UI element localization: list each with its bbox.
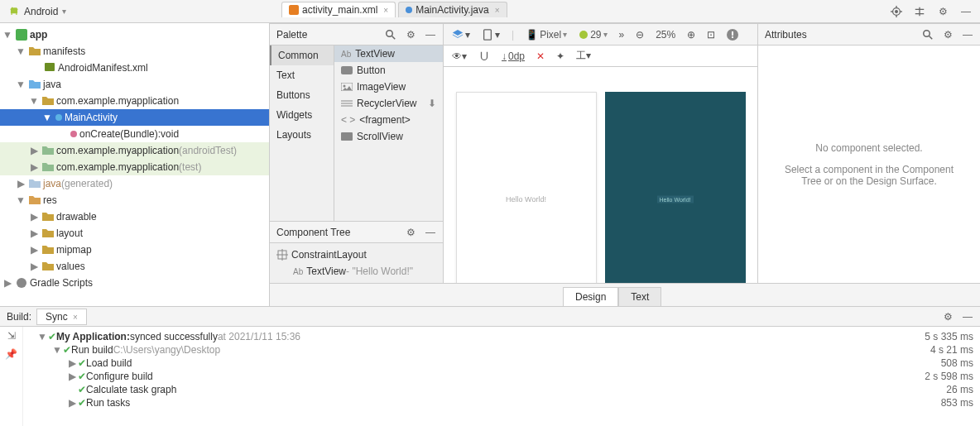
search-icon[interactable] xyxy=(385,29,396,41)
svg-point-13 xyxy=(17,278,26,288)
zoom-out-icon[interactable]: ⊖ xyxy=(636,29,644,41)
tree-mipmap[interactable]: ▶mipmap xyxy=(0,242,269,258)
ct-textview[interactable]: AbTextView- "Hello World!" xyxy=(270,263,443,280)
svg-line-15 xyxy=(392,36,396,39)
gear-icon[interactable]: ⚙ xyxy=(405,227,416,238)
svg-rect-10 xyxy=(289,5,299,15)
palette-title: Palette xyxy=(276,29,307,41)
svg-rect-16 xyxy=(341,66,353,74)
pal-item-textview[interactable]: AbTextView xyxy=(334,45,443,62)
tree-layout[interactable]: ▶layout xyxy=(0,225,269,242)
build-tab-sync[interactable]: Sync × xyxy=(36,309,87,325)
minimize-icon[interactable]: — xyxy=(960,6,972,17)
minimize-icon[interactable]: — xyxy=(425,227,436,238)
tree-manifests[interactable]: ▼manifests xyxy=(0,43,269,60)
minimize-icon[interactable]: — xyxy=(425,29,436,41)
collapse-icon[interactable] xyxy=(914,6,925,17)
pal-cat-common[interactable]: Common xyxy=(270,45,334,65)
default-margin[interactable]: ↓ 0dp xyxy=(502,50,525,62)
close-icon[interactable]: × xyxy=(73,313,78,322)
eye-icon[interactable]: 👁▾ xyxy=(452,50,467,62)
gear-icon[interactable]: ⚙ xyxy=(942,29,954,41)
orientation-icon[interactable]: ▾ xyxy=(482,29,500,41)
close-icon[interactable]: × xyxy=(383,6,388,15)
pal-cat-buttons[interactable]: Buttons xyxy=(270,85,334,105)
minimize-icon[interactable]: — xyxy=(962,311,973,323)
tree-res[interactable]: ▼res xyxy=(0,192,269,208)
pal-item-button[interactable]: Button xyxy=(334,62,443,79)
search-icon[interactable] xyxy=(922,29,934,41)
more-icon[interactable]: » xyxy=(619,29,625,41)
build-row[interactable]: ▼✔ My Application: synced successfully a… xyxy=(30,330,973,343)
folder-icon xyxy=(29,194,41,206)
build-row[interactable]: ▶✔ Run tasks853 ms xyxy=(30,396,973,409)
manifest-file-icon xyxy=(44,62,55,74)
pal-item-imageview[interactable]: ImageView xyxy=(334,79,443,95)
tree-gradle[interactable]: ▶Gradle Scripts xyxy=(0,275,269,291)
close-icon[interactable]: × xyxy=(495,6,500,15)
pal-cat-text[interactable]: Text xyxy=(270,65,334,85)
layers-icon[interactable]: ▾ xyxy=(452,29,470,41)
zoom-fit-icon[interactable]: ⊡ xyxy=(707,29,715,41)
device-select[interactable]: 📱 Pixel xyxy=(526,29,567,41)
target-icon[interactable] xyxy=(891,6,902,17)
tree-main-activity[interactable]: ▼MainActivity xyxy=(0,109,269,126)
svg-point-31 xyxy=(924,30,930,36)
tree-pkg-androidtest[interactable]: ▶com.example.myapplication (androidTest) xyxy=(0,142,269,159)
pal-cat-layouts[interactable]: Layouts xyxy=(270,125,334,145)
xml-file-icon xyxy=(289,5,299,15)
java-file-icon xyxy=(406,7,412,13)
build-header: Build: Sync × ⚙ — xyxy=(0,307,980,327)
tree-java[interactable]: ▼java xyxy=(0,76,269,93)
design-toolbar-2: 👁▾ ↓ 0dp ✕ ✦ 工▾ xyxy=(444,45,757,67)
build-row[interactable]: ▼✔ Run build C:\Users\yangy\Desktop4 s 2… xyxy=(30,343,973,357)
preview-hello: Hello World! xyxy=(506,195,546,203)
svg-rect-26 xyxy=(484,29,492,39)
build-row[interactable]: ▶✔ Configure build2 s 598 ms xyxy=(30,370,973,383)
tree-oncreate[interactable]: onCreate(Bundle):void xyxy=(0,126,269,142)
tab-label: activity_main.xml xyxy=(302,4,377,16)
build-gutter: ⇲ 📌 xyxy=(0,327,23,426)
tree-manifest-file[interactable]: AndroidManifest.xml xyxy=(0,60,269,76)
tab-main-activity[interactable]: MainActivity.java × xyxy=(398,2,507,17)
wand-icon[interactable]: ✦ xyxy=(556,50,564,62)
api-select[interactable]: 29 xyxy=(579,29,607,41)
pal-cat-widgets[interactable]: Widgets xyxy=(270,105,334,125)
module-icon xyxy=(16,29,27,41)
tab-text[interactable]: Text xyxy=(618,287,661,307)
svg-rect-30 xyxy=(732,36,733,38)
tree-drawable[interactable]: ▶drawable xyxy=(0,208,269,225)
zoom-in-icon[interactable]: ⊕ xyxy=(687,29,695,41)
download-icon[interactable]: ⬇ xyxy=(428,98,436,109)
gear-icon[interactable]: ⚙ xyxy=(405,29,416,41)
folder-icon xyxy=(42,227,54,239)
warning-icon[interactable] xyxy=(727,29,738,41)
magnet-icon[interactable] xyxy=(478,50,490,62)
tab-activity-main[interactable]: activity_main.xml × xyxy=(281,2,396,17)
design-canvas[interactable]: Hello World! Hello World! xyxy=(444,67,757,283)
build-row[interactable]: ✔ Calculate task graph26 ms xyxy=(30,383,973,396)
pin-icon[interactable]: 📌 xyxy=(6,348,17,360)
build-row[interactable]: ▶✔ Load build508 ms xyxy=(30,357,973,370)
align-icon[interactable]: 工▾ xyxy=(576,49,591,63)
pal-item-recyclerview[interactable]: RecyclerView⬇ xyxy=(334,95,443,112)
svg-point-14 xyxy=(387,30,393,36)
tree-app[interactable]: ▼app xyxy=(0,26,269,43)
gear-icon[interactable]: ⚙ xyxy=(942,311,954,323)
blueprint-preview[interactable]: Hello World! xyxy=(605,92,746,283)
design-preview[interactable]: Hello World! xyxy=(456,92,597,283)
pal-item-scrollview[interactable]: ScrollView xyxy=(334,128,443,145)
tree-pkg[interactable]: ▼com.example.myapplication xyxy=(0,93,269,109)
pal-item-fragment[interactable]: < ><fragment> xyxy=(334,112,443,128)
tree-pkg-test[interactable]: ▶com.example.myapplication (test) xyxy=(0,159,269,175)
ct-constraint-layout[interactable]: ConstraintLayout xyxy=(270,247,443,263)
folder-icon xyxy=(42,211,54,223)
minimize-icon[interactable]: — xyxy=(962,29,973,41)
tree-values[interactable]: ▶values xyxy=(0,258,269,275)
export-icon[interactable]: ⇲ xyxy=(6,330,17,342)
project-view-selector[interactable]: Android xyxy=(0,6,74,17)
gear-icon[interactable]: ⚙ xyxy=(937,6,949,17)
tree-java-gen[interactable]: ▶java (generated) xyxy=(0,175,269,192)
clear-constraints-icon[interactable]: ✕ xyxy=(536,50,545,62)
tab-design[interactable]: Design xyxy=(563,287,618,307)
